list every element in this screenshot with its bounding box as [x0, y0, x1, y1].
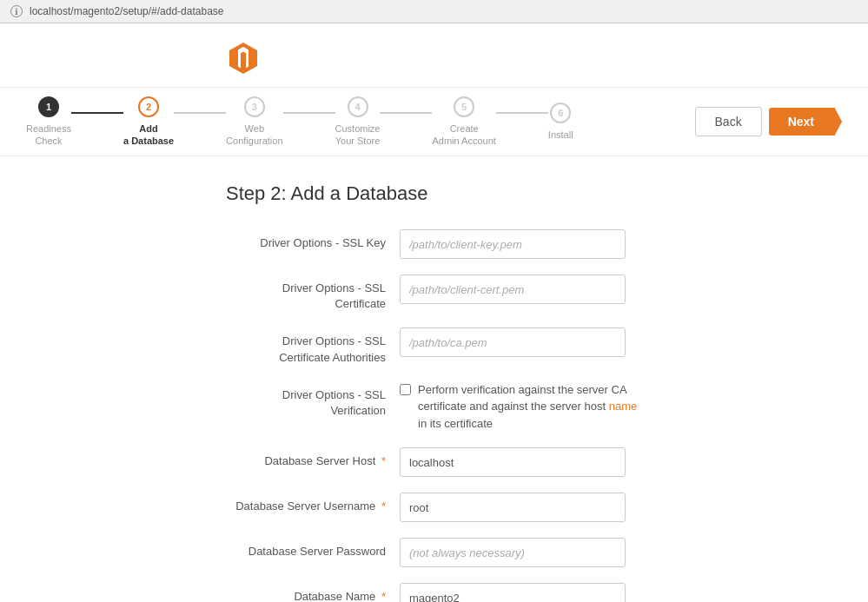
back-button[interactable]: Back [695, 107, 762, 136]
input-ssl-cert[interactable] [400, 275, 626, 304]
step-6-circle: 6 [550, 103, 571, 123]
connector-5-6 [496, 112, 548, 114]
connector-1-2 [71, 112, 123, 114]
label-ssl-cert: Driver Options - SSLCertificate [226, 275, 400, 312]
page-title: Step 2: Add a Database [226, 182, 642, 205]
wizard-buttons: Back Next [695, 107, 842, 136]
form-row-ssl-verification: Driver Options - SSLVerification Perform… [226, 381, 642, 433]
step-6-label: Install [548, 129, 573, 141]
step-2: 2 Adda Database [123, 96, 174, 148]
step-4: 4 CustomizeYour Store [335, 96, 381, 148]
required-db-username: * [381, 499, 386, 513]
step-1-label: ReadinessCheck [26, 122, 71, 148]
input-ssl-ca[interactable] [400, 327, 626, 357]
browser-url: localhost/magento2/setup/#/add-database [30, 5, 224, 17]
input-db-username[interactable] [400, 493, 626, 522]
input-db-name[interactable] [400, 583, 626, 602]
step-5-label: CreateAdmin Account [432, 122, 495, 148]
magento-logo [226, 41, 261, 76]
header [0, 23, 868, 87]
step-4-circle: 4 [348, 96, 368, 117]
next-button[interactable]: Next [769, 108, 842, 136]
input-ssl-key[interactable] [400, 229, 626, 259]
form-row-db-name: Database Name * [226, 583, 642, 602]
form-row-db-host: Database Server Host * [226, 447, 642, 477]
label-ssl-verification: Driver Options - SSLVerification [226, 381, 400, 419]
step-2-label: Adda Database [123, 122, 174, 148]
step-3-circle: 3 [244, 96, 265, 117]
label-db-name: Database Name * [226, 583, 400, 602]
ssl-highlight: name [609, 400, 638, 413]
connector-3-4 [283, 112, 335, 114]
wizard-steps: 1 ReadinessCheck 2 Adda Database 3 WebCo… [26, 96, 695, 148]
input-db-password[interactable] [400, 538, 626, 567]
step-1: 1 ReadinessCheck [26, 96, 71, 148]
label-db-password: Database Server Password [226, 538, 400, 559]
checkbox-ssl-verification[interactable] [400, 384, 411, 395]
label-ssl-ca: Driver Options - SSLCertificate Authorit… [226, 327, 400, 365]
step-5: 5 CreateAdmin Account [432, 96, 495, 148]
browser-bar: ℹ localhost/magento2/setup/#/add-databas… [0, 0, 868, 23]
form-row-db-password: Database Server Password [226, 538, 642, 567]
main-content: Step 2: Add a Database Driver Options - … [0, 156, 868, 602]
step-4-label: CustomizeYour Store [335, 122, 381, 148]
label-db-host: Database Server Host * [226, 447, 400, 469]
input-db-host[interactable] [400, 447, 626, 477]
step-3: 3 WebConfiguration [226, 96, 282, 148]
step-3-label: WebConfiguration [226, 122, 282, 148]
step-1-circle: 1 [38, 96, 59, 117]
form-row-ssl-key: Driver Options - SSL Key [226, 229, 642, 259]
ssl-verification-wrapper: Perform verification against the server … [400, 381, 642, 433]
page-wrapper: 1 ReadinessCheck 2 Adda Database 3 WebCo… [0, 23, 868, 602]
wizard-bar: 1 ReadinessCheck 2 Adda Database 3 WebCo… [0, 87, 868, 156]
info-icon: ℹ [10, 5, 23, 17]
step-6: 6 Install [548, 103, 573, 141]
step-2-circle: 2 [138, 96, 159, 117]
step-5-circle: 5 [454, 96, 474, 117]
label-db-username: Database Server Username * [226, 493, 400, 514]
connector-2-3 [174, 112, 226, 114]
connector-4-5 [380, 112, 432, 114]
form-row-db-username: Database Server Username * [226, 493, 642, 522]
required-db-host: * [381, 454, 386, 467]
ssl-verification-text: Perform verification against the server … [418, 381, 642, 433]
required-db-name: * [381, 590, 386, 602]
form-row-ssl-ca: Driver Options - SSLCertificate Authorit… [226, 327, 642, 365]
label-ssl-key: Driver Options - SSL Key [226, 229, 400, 251]
form-row-ssl-cert: Driver Options - SSLCertificate [226, 275, 642, 312]
